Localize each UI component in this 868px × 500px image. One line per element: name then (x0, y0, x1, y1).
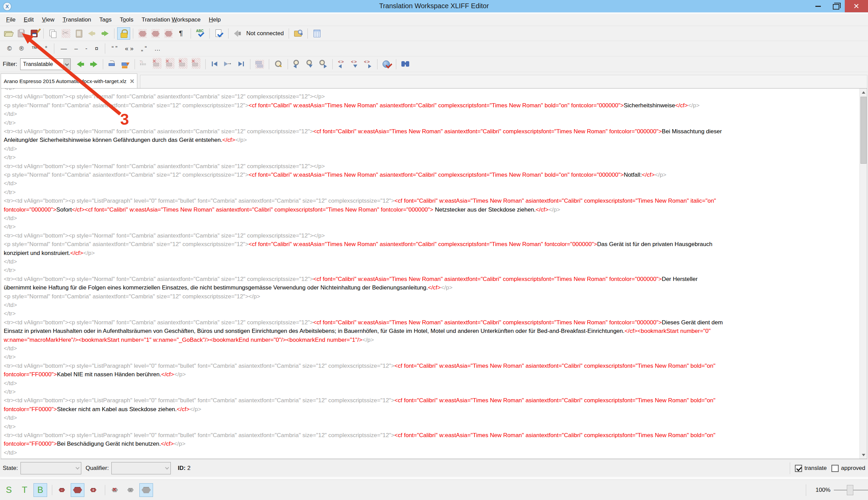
search-icon-button[interactable] (272, 58, 285, 70)
markup-line[interactable]: <p style="Normal" font="Cambria" asiante… (4, 240, 712, 249)
expand-tags-icon-button[interactable]: + (86, 483, 100, 497)
vertical-scrollbar[interactable] (859, 89, 867, 459)
web-lookup-icon-button[interactable] (380, 58, 393, 70)
markup-line[interactable]: </tr> (4, 353, 16, 361)
menu-translation-workspace[interactable]: Translation Workspace (137, 15, 205, 25)
markup-line[interactable]: <p style="Normal" font="Cambria" asiante… (4, 171, 667, 179)
markup-line[interactable]: </td> (4, 379, 17, 388)
markup-line[interactable]: </td> (4, 448, 17, 457)
menu-tags[interactable]: Tags (95, 15, 116, 25)
markup-line[interactable]: <tr><td vAlign="bottom"><p style="Normal… (4, 162, 325, 171)
markup-line[interactable]: <p style="Normal" font="Cambria" asiante… (4, 292, 260, 301)
insert-char-button[interactable]: „ “ (137, 44, 151, 53)
clear-target-icon-2-button[interactable] (164, 58, 177, 70)
markup-line[interactable]: </tr> (4, 89, 16, 92)
zoom-slider-handle[interactable] (847, 485, 853, 495)
markup-line[interactable]: </tr> (4, 309, 16, 318)
xliff-markup-text[interactable]: </tr><tr><td vAlign="bottom"><p style="N… (1, 89, 859, 459)
markup-line[interactable]: <tr><td vAlign="bottom"><p style="ListPa… (4, 396, 715, 405)
scroll-up-icon[interactable] (860, 89, 867, 96)
qualifier-dropdown[interactable] (111, 462, 171, 474)
scroll-down-icon[interactable] (860, 451, 867, 459)
markup-line[interactable]: </td> (4, 301, 17, 309)
menu-view[interactable]: View (38, 15, 59, 25)
markup-line[interactable]: </td> (4, 145, 17, 153)
clear-target-icon-1-button[interactable] (151, 58, 164, 70)
markup-line[interactable]: </tr> (4, 266, 16, 274)
search-previous-icon-button[interactable] (291, 58, 304, 70)
tab-close-icon[interactable]: × (130, 78, 134, 85)
markup-line[interactable]: übernimmt keine Haftung für die Folgen e… (4, 283, 453, 292)
previous-green-arrow-icon-button[interactable] (74, 58, 87, 70)
markup-line[interactable]: </td> (4, 179, 17, 188)
minimize-button[interactable] (809, 0, 827, 12)
markup-line[interactable]: </td> (4, 413, 17, 422)
export-segment-icon-button[interactable] (119, 58, 132, 70)
insert-char-button[interactable]: - (82, 44, 91, 53)
hide-tags-icon-button[interactable]: × (108, 483, 121, 497)
tag-view-icon-1-button[interactable] (136, 27, 149, 39)
spellcheck-icon-button[interactable] (194, 27, 207, 39)
view-mode-t-button[interactable]: T (18, 483, 32, 497)
markup-line[interactable]: fontcolor="000000">Sofort</cf><cf font="… (4, 205, 560, 214)
undo-icon-button[interactable] (85, 27, 99, 39)
insert-char-button[interactable]: – (71, 44, 82, 53)
markup-line[interactable]: Anleitung/der Sicherheitshinweise können… (4, 136, 247, 144)
lock-segment-icon-button[interactable] (117, 27, 130, 39)
insert-char-button[interactable]: © (3, 44, 15, 53)
close-button[interactable] (845, 0, 868, 12)
table-view-icon-button[interactable] (311, 27, 324, 39)
state-dropdown[interactable] (21, 462, 81, 474)
cut-icon-button[interactable] (59, 27, 72, 39)
markup-line[interactable]: fontcolor="FF0000">Bei Beschädigung Gerä… (4, 440, 185, 448)
markup-line[interactable]: <tr><td vAlign="bottom"><p style="ListPa… (4, 362, 715, 370)
approved-checkbox[interactable] (832, 465, 838, 472)
markup-line[interactable]: </tr> (4, 153, 16, 162)
translate-checkbox[interactable] (795, 465, 802, 472)
zoom-slider[interactable] (834, 483, 868, 497)
goto-segment-icon-button[interactable] (221, 58, 234, 70)
clear-target-icon-4-button[interactable] (189, 58, 202, 70)
markup-line[interactable]: <tr><td vAlign="bottom"><p style="Normal… (4, 318, 723, 327)
insert-char-button[interactable]: ® (15, 44, 27, 53)
xliff-editor-pane[interactable]: </tr><tr><td vAlign="bottom"><p style="N… (1, 88, 867, 459)
paste-icon-button[interactable] (72, 27, 85, 39)
markup-line[interactable]: fontcolor="FF0000">Kabel NIE mit nassen … (4, 370, 186, 379)
markup-line[interactable]: </tr> (4, 118, 16, 127)
markup-line[interactable]: <tr><td vAlign="bottom"><p style="ListPa… (4, 196, 716, 205)
document-tab[interactable]: Arano Espresso 2015 Automatic.docx-with-… (1, 73, 137, 89)
markup-line[interactable]: <tr><td vAlign="bottom"><p style="Normal… (4, 127, 722, 136)
validate-icon-button[interactable] (212, 27, 225, 39)
shrink-tags-icon-button[interactable]: - (55, 483, 69, 497)
pilcrow-icon-button[interactable] (175, 27, 188, 39)
insert-char-button[interactable]: … (151, 44, 164, 53)
tag-next-icon-button[interactable] (361, 58, 374, 70)
medium-tags-icon-button[interactable] (71, 483, 84, 497)
save-as-icon-button[interactable] (28, 27, 40, 39)
save-icon-button[interactable] (15, 27, 28, 39)
last-segment-icon-button[interactable] (234, 58, 247, 70)
open-remote-icon-button[interactable] (292, 27, 305, 39)
tag-view-icon-2-button[interactable] (149, 27, 162, 39)
gray-shrink-tags-icon-button[interactable]: - (124, 483, 137, 497)
restore-button[interactable] (827, 0, 845, 12)
first-segment-icon-button[interactable] (208, 58, 221, 70)
tag-previous-icon-button[interactable] (335, 58, 348, 70)
expand-segment-icon-button[interactable] (106, 58, 119, 70)
filter-dropdown[interactable]: Translatable (20, 58, 71, 70)
markup-line[interactable]: </td> (4, 110, 17, 118)
markup-line[interactable]: Einsatz in privaten Haushalten oder in A… (4, 327, 710, 335)
markup-line[interactable]: <tr><td vAlign="bottom"><p style="Normal… (4, 92, 325, 101)
menu-tools[interactable]: Tools (116, 15, 138, 25)
menu-edit[interactable]: Edit (20, 15, 37, 25)
open-icon-button[interactable] (2, 27, 15, 39)
markup-line[interactable]: </tr> (4, 188, 16, 196)
insert-char-button[interactable]: « » (121, 44, 137, 53)
join-segments-icon-button[interactable] (253, 58, 266, 70)
insert-char-button[interactable]: — (57, 44, 71, 53)
scrollbar-thumb[interactable] (860, 97, 867, 164)
search-next-icon-button[interactable] (317, 58, 329, 70)
menu-file[interactable]: File (2, 15, 20, 25)
markup-line[interactable]: </tr> (4, 223, 16, 231)
markup-line[interactable]: </td> (4, 214, 17, 223)
